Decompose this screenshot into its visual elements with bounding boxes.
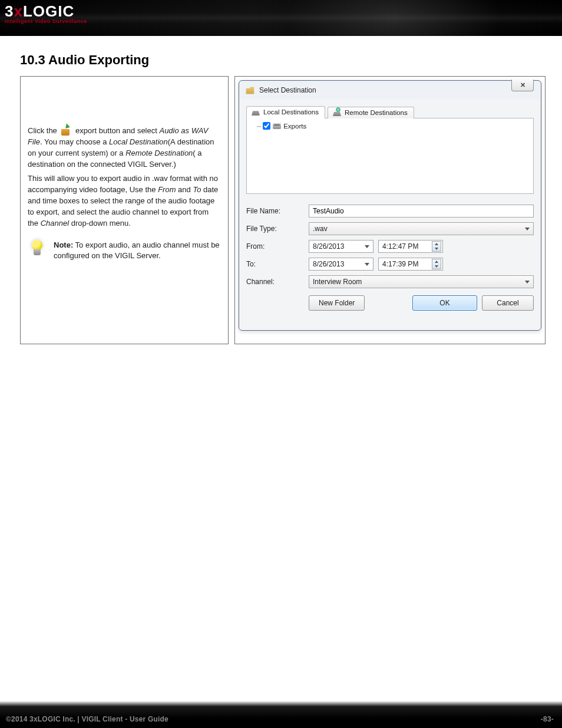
label-from: From: — [246, 242, 303, 251]
from-date-picker[interactable]: 8/26/2013 — [309, 240, 373, 253]
select-destination-dialog: Select Destination ✕ Local Destinations — [239, 80, 541, 331]
label-channel: Channel: — [246, 278, 303, 286]
file-type-select[interactable]: .wav — [309, 222, 534, 235]
time-spinner[interactable] — [432, 241, 441, 252]
note-callout: Note: To export audio, an audio channel … — [28, 240, 221, 261]
tree-connector-icon: ······ — [256, 123, 260, 130]
tab-remote-destinations[interactable]: Remote Destinations — [328, 107, 414, 118]
dialog-titlebar: Select Destination ✕ — [239, 81, 541, 100]
label-file-name: File Name: — [246, 207, 303, 215]
cancel-button[interactable]: Cancel — [482, 295, 534, 311]
file-name-input[interactable] — [309, 205, 534, 218]
new-folder-button[interactable]: New Folder — [309, 295, 365, 311]
chevron-down-icon — [525, 281, 530, 284]
close-icon: ✕ — [520, 81, 525, 89]
tree-item-label: Exports — [283, 123, 306, 130]
label-to: To: — [246, 260, 303, 268]
footer-page-number: -83- — [541, 715, 554, 723]
section-heading: 10.3 Audio Exporting — [20, 52, 546, 68]
ok-button[interactable]: OK — [412, 295, 477, 311]
page-footer: ©2014 3xLOGIC Inc. | VIGIL Client - User… — [0, 707, 562, 728]
chevron-down-icon — [365, 263, 369, 266]
to-date-picker[interactable]: 8/26/2013 — [309, 258, 373, 271]
local-destination-icon — [252, 108, 260, 116]
page-header: 3xLOGIC Intelligent Video Surveillance — [0, 0, 562, 36]
brand-logo: 3xLOGIC Intelligent Video Surveillance — [5, 2, 87, 24]
time-spinner[interactable] — [432, 259, 441, 269]
screenshot-panel: Select Destination ✕ Local Destinations — [234, 76, 546, 344]
chevron-down-icon — [525, 228, 530, 230]
destination-tree[interactable]: ······ Exports — [246, 118, 534, 194]
tree-item-checkbox[interactable] — [263, 122, 270, 130]
export-icon — [60, 125, 72, 136]
label-file-type: File Type: — [246, 225, 303, 233]
lightbulb-icon — [28, 240, 48, 260]
to-time-picker[interactable]: 4:17:39 PM — [378, 258, 443, 271]
tree-item-exports[interactable]: ······ Exports — [250, 122, 530, 130]
from-time-picker[interactable]: 4:12:47 PM — [378, 240, 443, 253]
dialog-title: Select Destination — [259, 86, 316, 94]
drive-icon — [273, 123, 281, 129]
channel-select[interactable]: Interview Room — [309, 275, 534, 288]
destination-tabs: Local Destinations Remote Destinations — [246, 103, 534, 118]
note-text: Note: To export audio, an audio channel … — [54, 240, 221, 261]
tab-local-destinations[interactable]: Local Destinations — [246, 106, 325, 118]
paragraph-1: Click the export button and select Audio… — [28, 125, 221, 170]
chevron-down-icon — [365, 245, 369, 248]
close-button[interactable]: ✕ — [511, 80, 534, 91]
footer-left: ©2014 3xLOGIC Inc. | VIGIL Client - User… — [6, 715, 168, 723]
brand-tagline: Intelligent Video Surveillance — [5, 18, 87, 24]
export-form: File Name: File Type: .wav From: 8/26/20… — [246, 205, 534, 311]
remote-destination-icon — [333, 109, 341, 116]
folder-search-icon — [245, 85, 254, 95]
paragraph-2: This will allow you to export audio in .… — [28, 173, 221, 229]
instruction-panel: Click the export button and select Audio… — [20, 76, 229, 344]
